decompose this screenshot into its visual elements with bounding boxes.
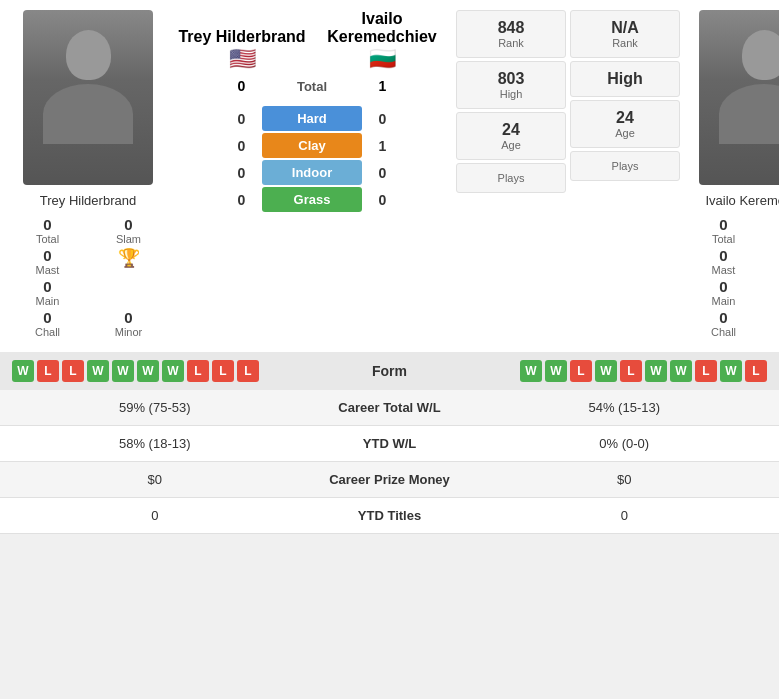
surface-rows: 0 Hard 0 0 Clay 1 0 Indoor 0 xyxy=(229,106,395,212)
player1-minor: 0 xyxy=(124,309,132,326)
player2-stats-grid: 0 Total 0 Slam 0 Mast 🏆 0 Main xyxy=(684,216,779,307)
player2-minor-stat: 0 Minor xyxy=(765,309,779,338)
stats-label: YTD W/L xyxy=(290,436,490,451)
total-score-row: 0 Total 1 xyxy=(229,78,395,94)
surface-badge-grass: Grass xyxy=(262,187,362,212)
player2-side-stats: N/A Rank High 24 Age Plays xyxy=(570,10,680,338)
form-badge: W xyxy=(12,360,34,382)
player1-slam: 0 xyxy=(124,216,132,233)
stats-left: 0 xyxy=(20,508,290,523)
player1-mast-block: 0 Mast xyxy=(8,247,87,276)
player2-name: Ivailo Keremedchiev xyxy=(705,193,779,208)
player1-high-value: 803 xyxy=(461,70,561,88)
player2-form-badges: WWLWLWWLWL xyxy=(520,360,767,382)
form-badge: W xyxy=(645,360,667,382)
player2-mast-block: 0 Mast xyxy=(684,247,763,276)
total-label: Total xyxy=(262,79,362,94)
form-badge: L xyxy=(745,360,767,382)
placeholder1 xyxy=(89,278,168,307)
form-badge: L xyxy=(212,360,234,382)
player2-rank-box: N/A Rank xyxy=(570,10,680,58)
player1-total: 0 xyxy=(43,216,51,233)
stats-label: Career Prize Money xyxy=(290,472,490,487)
grass-score-p2: 0 xyxy=(370,192,395,208)
form-section: WLLWWWWLLL Form WWLWLWWLWL xyxy=(0,352,779,390)
form-badge: L xyxy=(237,360,259,382)
player2-mast: 0 xyxy=(719,247,727,264)
player2-total-block: 0 Total xyxy=(684,216,763,245)
player1-card: Trey Hilderbrand 0 Total 0 Slam 0 Mast 🏆 xyxy=(8,10,168,338)
player1-plays-box: Plays xyxy=(456,163,566,193)
player1-minor-stat: 0 Minor xyxy=(89,309,168,338)
form-badge: W xyxy=(595,360,617,382)
player1-rank-value: 848 xyxy=(461,19,561,37)
form-badge: W xyxy=(545,360,567,382)
player2-mast-label: Mast xyxy=(712,264,736,276)
player1-chall: 0 xyxy=(43,309,51,326)
clay-score-p1: 0 xyxy=(229,138,254,154)
form-badge: W xyxy=(162,360,184,382)
player2-age-label: Age xyxy=(575,127,675,139)
player2-high-value: High xyxy=(575,70,675,88)
avatar-head xyxy=(66,30,111,80)
player2-stats-grid2: 0 Chall 0 Minor xyxy=(684,309,779,338)
player2-high-box: High xyxy=(570,61,680,97)
player1-age-box: 24 Age xyxy=(456,112,566,160)
surface-row-hard: 0 Hard 0 xyxy=(229,106,395,131)
stats-left: 58% (18-13) xyxy=(20,436,290,451)
player1-age-value: 24 xyxy=(461,121,561,139)
player1-name: Trey Hilderbrand xyxy=(40,193,136,208)
player2-trophy: 🏆 xyxy=(765,247,779,276)
player2-chall: 0 xyxy=(719,309,727,326)
stats-right: 0% (0-0) xyxy=(490,436,760,451)
player1-total-label: Total xyxy=(36,233,59,245)
player1-name-center: Trey Hilderbrand xyxy=(178,28,305,46)
indoor-score-p2: 0 xyxy=(370,165,395,181)
player2-card: Ivailo Keremedchiev 0 Total 0 Slam 0 Mas… xyxy=(684,10,779,338)
player2-age-box: 24 Age xyxy=(570,100,680,148)
player1-plays-label: Plays xyxy=(461,172,561,184)
players-section: Trey Hilderbrand 0 Total 0 Slam 0 Mast 🏆 xyxy=(0,0,779,348)
stats-right: 54% (15-13) xyxy=(490,400,760,415)
stats-label: YTD Titles xyxy=(290,508,490,523)
player1-avatar xyxy=(23,10,153,185)
form-badge: L xyxy=(187,360,209,382)
player1-chall-label: Chall xyxy=(35,326,60,338)
player1-chall-stat: 0 Chall xyxy=(8,309,87,338)
total-score-p1: 0 xyxy=(229,78,254,94)
form-badge: W xyxy=(87,360,109,382)
stats-row: 58% (18-13) YTD W/L 0% (0-0) xyxy=(0,426,779,462)
player2-name-flag: Ivailo Keremedchiev 🇧🇬 xyxy=(312,10,452,72)
stats-row: $0 Career Prize Money $0 xyxy=(0,462,779,498)
player1-minor-label: Minor xyxy=(115,326,143,338)
stats-right: $0 xyxy=(490,472,760,487)
form-badge: W xyxy=(112,360,134,382)
player1-age-label: Age xyxy=(461,139,561,151)
surface-badge-clay: Clay xyxy=(262,133,362,158)
stats-right: 0 xyxy=(490,508,760,523)
stats-table: 59% (75-53) Career Total W/L 54% (15-13)… xyxy=(0,390,779,534)
player2-total: 0 xyxy=(719,216,727,233)
player2-main-label: Main xyxy=(712,295,736,307)
player1-flag: 🇺🇸 xyxy=(229,46,256,72)
player2-flag: 🇧🇬 xyxy=(369,46,396,72)
stats-left: $0 xyxy=(20,472,290,487)
main-container: Trey Hilderbrand 0 Total 0 Slam 0 Mast 🏆 xyxy=(0,0,779,534)
player2-rank-label: Rank xyxy=(575,37,675,49)
form-badge: W xyxy=(520,360,542,382)
player1-stats-grid: 0 Total 0 Slam 0 Mast 🏆 0 Main xyxy=(8,216,168,307)
player1-form-badges: WLLWWWWLLL xyxy=(12,360,259,382)
player1-mast: 0 xyxy=(43,247,51,264)
avatar-shoulders-p2 xyxy=(719,84,779,144)
player1-name-flag: Trey Hilderbrand 🇺🇸 xyxy=(172,28,312,72)
surface-row-indoor: 0 Indoor 0 xyxy=(229,160,395,185)
form-badge: L xyxy=(620,360,642,382)
clay-score-p2: 1 xyxy=(370,138,395,154)
player2-total-label: Total xyxy=(712,233,735,245)
player2-main-block: 0 Main xyxy=(684,278,763,307)
surface-row-grass: 0 Grass 0 xyxy=(229,187,395,212)
stats-row: 0 YTD Titles 0 xyxy=(0,498,779,534)
player1-main: 0 xyxy=(43,278,51,295)
form-badge: W xyxy=(670,360,692,382)
player2-age-value: 24 xyxy=(575,109,675,127)
